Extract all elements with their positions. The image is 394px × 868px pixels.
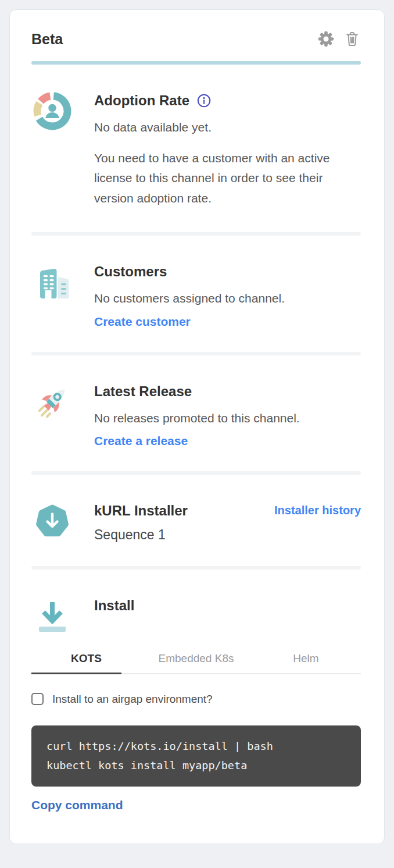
rocket-icon <box>31 381 73 423</box>
create-release-link[interactable]: Create a release <box>94 434 188 448</box>
section-divider <box>31 471 361 475</box>
section-divider <box>31 352 361 355</box>
section-divider <box>31 232 361 236</box>
code-line: kubectl kots install myapp/beta <box>46 756 346 775</box>
tab-embedded-k8s[interactable]: Embedded K8s <box>141 652 251 673</box>
install-tabs: KOTS Embedded K8s Helm <box>31 652 361 674</box>
tab-helm[interactable]: Helm <box>251 652 361 673</box>
release-title: Latest Release <box>94 382 361 400</box>
install-command-code-block[interactable]: curl https://kots.io/install | bashkubec… <box>31 725 361 787</box>
airgap-checkbox[interactable] <box>31 693 44 705</box>
adoption-donut-icon <box>31 90 73 132</box>
section-divider <box>31 566 361 570</box>
channel-accent-rule <box>31 61 361 65</box>
header-actions <box>317 30 361 48</box>
installer-sequence: Sequence 1 <box>94 527 361 543</box>
kurl-heptagon-icon <box>31 500 73 542</box>
trash-icon[interactable] <box>343 30 361 48</box>
info-icon[interactable] <box>196 93 212 108</box>
adoption-hint-text: You need to have a customer with an acti… <box>94 148 361 209</box>
code-line: curl https://kots.io/install | bash <box>46 737 346 756</box>
section-kurl-installer: kURL Installer Installer history Sequenc… <box>31 500 361 542</box>
section-customers: Customers No customers assigned to chann… <box>31 261 361 329</box>
release-empty-text: No releases promoted to this channel. <box>94 408 361 429</box>
gear-icon[interactable] <box>317 30 335 48</box>
adoption-heading-row: Adoption Rate <box>94 91 361 109</box>
section-latest-release: Latest Release No releases promoted to t… <box>31 381 361 449</box>
customers-empty-text: No customers assigned to channel. <box>94 289 361 309</box>
adoption-empty-text: No data available yet. <box>94 118 361 138</box>
section-install: Install <box>31 595 361 637</box>
customers-title: Customers <box>94 262 361 280</box>
buildings-icon <box>31 261 73 303</box>
channel-card: Beta <box>9 9 385 844</box>
airgap-label: Install to an airgap environment? <box>52 693 213 706</box>
airgap-row: Install to an airgap environment? <box>31 693 361 706</box>
create-customer-link[interactable]: Create customer <box>94 315 191 329</box>
adoption-title: Adoption Rate <box>94 91 189 109</box>
card-header: Beta <box>31 30 361 48</box>
section-adoption-rate: Adoption Rate No data available yet. You… <box>31 90 361 209</box>
installer-title: kURL Installer <box>94 501 188 520</box>
channel-title: Beta <box>31 31 63 48</box>
installer-history-link[interactable]: Installer history <box>274 504 361 517</box>
tab-kots[interactable]: KOTS <box>31 652 141 673</box>
install-title: Install <box>94 596 361 614</box>
copy-command-link[interactable]: Copy command <box>31 798 123 812</box>
download-icon <box>31 595 73 637</box>
